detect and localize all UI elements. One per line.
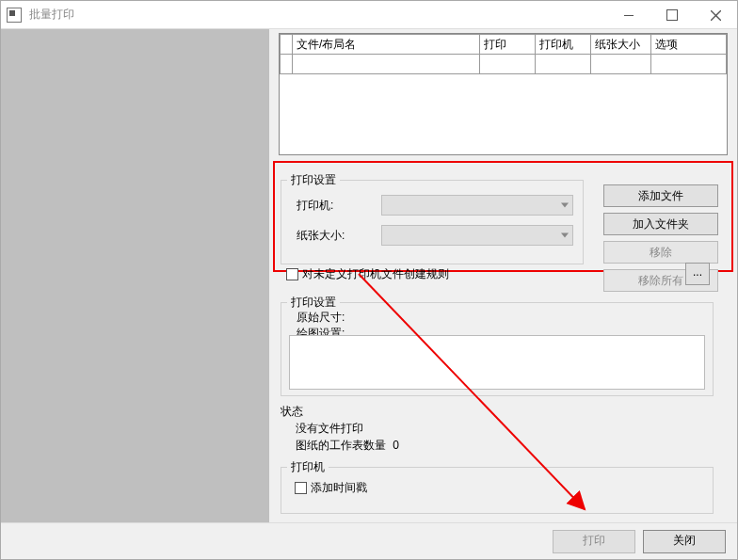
printer-label: 打印机: [297,198,381,214]
timestamp-label: 添加时间戳 [311,480,367,496]
print-settings-group: 打印设置 打印机: 纸张大小: [281,180,584,264]
file-table-wrap: 文件/布局名 打印 打印机 纸张大小 选项 [279,33,728,155]
table-header-row: 文件/布局名 打印 打印机 纸张大小 选项 [281,35,727,55]
create-rule-checkbox[interactable] [286,268,298,280]
timestamp-checkbox-row[interactable]: 添加时间戳 [295,480,367,496]
print-settings-details-group: 打印设置 原始尺寸: 绘图设置: [281,302,714,396]
table-row-empty[interactable] [281,55,727,74]
printer-group-legend: 打印机 [287,459,329,475]
header-corner [281,35,293,55]
maximize-button[interactable] [650,1,694,29]
remove-button[interactable]: 移除 [603,241,718,264]
print-settings-legend: 打印设置 [287,172,340,188]
batch-print-window: 批量打印 文件/布局名 打印 打印机 [0,0,738,560]
chevron-down-icon [561,233,569,238]
print-settings-details-legend: 打印设置 [287,295,340,311]
footer-close-button[interactable]: 关闭 [643,530,726,553]
header-print[interactable]: 打印 [480,35,536,55]
app-icon [7,8,22,23]
rule-details-button[interactable]: ... [685,263,710,285]
create-rule-checkbox-row[interactable]: 对未定义打印机文件创建规则 [286,266,449,282]
printer-group: 打印机 添加时间戳 [281,467,714,514]
close-icon [711,10,721,21]
right-pane: 文件/布局名 打印 打印机 纸张大小 选项 打印设置 [269,29,737,523]
status-sheet-count-value: 0 [393,439,399,452]
footer-bar: 打印 关闭 [1,522,737,559]
timestamp-checkbox[interactable] [295,482,307,494]
minimize-button[interactable] [607,1,650,29]
window-title: 批量打印 [29,7,74,23]
printer-select[interactable] [381,195,573,216]
file-table: 文件/布局名 打印 打印机 纸张大小 选项 [280,34,727,74]
status-legend: 状态 [281,404,303,420]
close-window-button[interactable] [694,1,737,29]
header-options[interactable]: 选项 [651,35,727,55]
add-file-button[interactable]: 添加文件 [603,184,718,207]
paper-size-label: 纸张大小: [297,228,381,244]
header-paper[interactable]: 纸张大小 [591,35,651,55]
status-no-file: 没有文件打印 [296,421,363,437]
header-file-layout[interactable]: 文件/布局名 [293,35,480,55]
titlebar: 批量打印 [1,1,737,29]
status-sheet-count-label: 图纸的工作表数量 [296,439,386,452]
body-area: 文件/布局名 打印 打印机 纸张大小 选项 打印设置 [1,29,737,523]
add-folder-button[interactable]: 加入文件夹 [603,213,718,235]
status-group: 状态 没有文件打印 图纸的工作表数量 0 [281,404,714,460]
footer-print-button[interactable]: 打印 [553,530,635,553]
plot-settings-field[interactable] [289,335,705,390]
original-size-label: 原始尺寸: [297,310,345,326]
preview-pane [1,29,269,523]
create-rule-label: 对未定义打印机文件创建规则 [302,266,449,282]
header-printer[interactable]: 打印机 [536,35,591,55]
paper-size-select[interactable] [381,225,573,246]
chevron-down-icon [561,203,569,208]
